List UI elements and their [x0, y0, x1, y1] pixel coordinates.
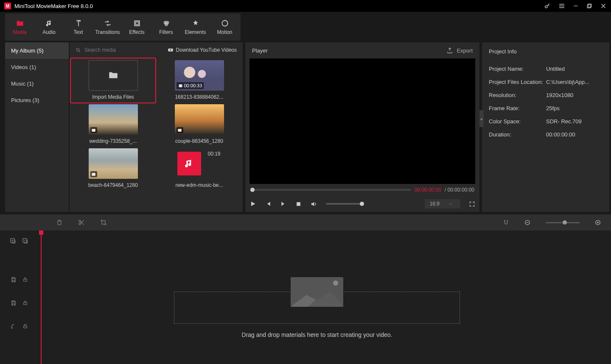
image-icon — [177, 127, 183, 133]
volume-slider[interactable] — [326, 203, 364, 205]
svg-point-19 — [92, 173, 93, 174]
folder-icon — [108, 70, 119, 81]
svg-point-9 — [76, 48, 79, 51]
sidecat-myalbum[interactable]: My Album (5) — [5, 42, 69, 59]
music-track-icon[interactable] — [11, 323, 17, 329]
playhead[interactable] — [41, 231, 42, 364]
svg-rect-20 — [297, 202, 300, 206]
crop-button[interactable] — [100, 219, 107, 226]
media-item[interactable]: couple-863456_1280 — [159, 104, 239, 144]
player-viewport[interactable] — [249, 58, 475, 184]
prev-frame-button[interactable] — [265, 200, 272, 207]
seek-slider[interactable] — [250, 189, 411, 191]
import-media-tile[interactable]: Import Media Files — [71, 58, 155, 103]
lock-icon[interactable] — [22, 300, 28, 306]
aspect-ratio-select[interactable]: 16:9 — [425, 199, 460, 208]
export-button[interactable]: Export — [446, 47, 473, 54]
zoom-in-button[interactable] — [595, 220, 601, 225]
tab-label: Effects — [129, 29, 144, 35]
tab-label: Text — [73, 29, 83, 35]
svg-rect-12 — [179, 84, 179, 87]
search-input[interactable] — [84, 47, 164, 53]
media-categories: My Album (5) Videos (1) Music (1) Pictur… — [5, 42, 69, 212]
save-icon[interactable] — [11, 277, 17, 283]
add-track-icon[interactable] — [10, 238, 16, 244]
fullscreen-button[interactable] — [469, 201, 475, 207]
tab-text[interactable]: Text — [64, 14, 93, 41]
volume-button[interactable] — [310, 200, 317, 208]
svg-rect-1 — [588, 4, 591, 7]
svg-point-17 — [179, 129, 179, 130]
youtube-icon — [168, 47, 174, 53]
tab-label: Transitions — [95, 29, 120, 35]
svg-rect-13 — [182, 84, 182, 87]
project-location-value: C:\Users\bj\App... — [546, 79, 603, 85]
play-button[interactable] — [249, 200, 256, 207]
tab-label: Elements — [185, 29, 206, 35]
tab-label: Media — [13, 29, 27, 35]
duration-badge: 00:00:33 — [177, 82, 204, 89]
minimize-button[interactable] — [573, 3, 579, 9]
media-item[interactable]: 00:19 new-edm-music-be... — [159, 148, 239, 188]
maximize-button[interactable] — [586, 3, 592, 9]
sidecat-pictures[interactable]: Pictures (3) — [5, 92, 69, 108]
image-icon — [90, 127, 97, 133]
media-item[interactable]: 00:00:33 168213-838884062... — [159, 60, 239, 100]
svg-point-0 — [545, 6, 547, 8]
tab-audio[interactable]: Audio — [34, 14, 64, 41]
next-frame-button[interactable] — [280, 200, 287, 207]
tab-media[interactable]: Media — [5, 14, 34, 41]
lock-icon[interactable] — [22, 323, 28, 329]
timeline-video-track-controls — [0, 268, 38, 291]
tab-label: Motion — [217, 29, 232, 35]
player-title: Player — [252, 47, 268, 54]
collapse-info-button[interactable]: ▸ — [479, 110, 484, 127]
tab-effects[interactable]: Effects — [122, 14, 151, 41]
project-name-value: Untitled — [546, 66, 603, 72]
undo-button[interactable] — [10, 219, 18, 226]
media-item[interactable]: beach-6479464_1280 — [73, 148, 153, 188]
timeline-toolbar — [0, 214, 611, 231]
save-icon[interactable] — [11, 300, 17, 306]
svg-point-7 — [164, 22, 168, 26]
colorspace-value: SDR- Rec.709 — [546, 118, 603, 125]
remove-track-icon[interactable] — [22, 238, 28, 244]
redo-button[interactable] — [33, 219, 41, 226]
tab-transitions[interactable]: Transitions — [93, 14, 122, 41]
lock-icon[interactable] — [22, 277, 28, 282]
svg-rect-4 — [135, 22, 138, 25]
framerate-value: 25fps — [546, 105, 603, 111]
project-info-panel: ▸ Project Info Project Name:Untitled Pro… — [482, 42, 609, 212]
snap-button[interactable] — [503, 220, 509, 226]
close-button[interactable] — [600, 3, 607, 9]
tab-filters[interactable]: Filters — [151, 14, 181, 41]
zoom-out-button[interactable] — [524, 220, 530, 225]
timeline-dropzone[interactable]: Drag and drop materials here to start cr… — [174, 277, 460, 338]
tab-label: Filters — [159, 29, 173, 35]
tab-motion[interactable]: Motion — [210, 14, 239, 41]
key-icon[interactable] — [544, 3, 551, 9]
sidecat-videos[interactable]: Videos (1) — [5, 59, 69, 75]
svg-rect-29 — [23, 326, 27, 328]
menu-icon[interactable] — [558, 3, 565, 9]
image-icon — [90, 171, 97, 177]
stop-button[interactable] — [295, 201, 302, 207]
svg-rect-2 — [587, 5, 591, 8]
split-button[interactable] — [78, 219, 85, 226]
music-icon — [184, 158, 195, 169]
chevron-down-icon — [448, 202, 453, 206]
download-youtube-link[interactable]: Download YouTube Videos — [168, 47, 237, 53]
media-grid: Import Media Files 00:00:33 168213-83888… — [70, 58, 243, 212]
svg-rect-27 — [23, 279, 27, 281]
timeline-track-header — [0, 231, 38, 251]
delete-button[interactable] — [56, 219, 63, 226]
tab-elements[interactable]: Elements — [181, 14, 210, 41]
zoom-slider[interactable] — [546, 222, 580, 223]
timeline-music-track-controls — [0, 314, 38, 338]
media-item[interactable]: wedding-7335258_... — [73, 104, 153, 144]
top-tabs: Media Audio Text Transitions Effects Fil… — [5, 14, 241, 41]
search-icon — [76, 47, 81, 53]
timeline-body[interactable]: Drag and drop materials here to start cr… — [38, 231, 611, 364]
sidecat-music[interactable]: Music (1) — [5, 75, 69, 92]
resolution-value: 1920x1080 — [546, 92, 603, 98]
